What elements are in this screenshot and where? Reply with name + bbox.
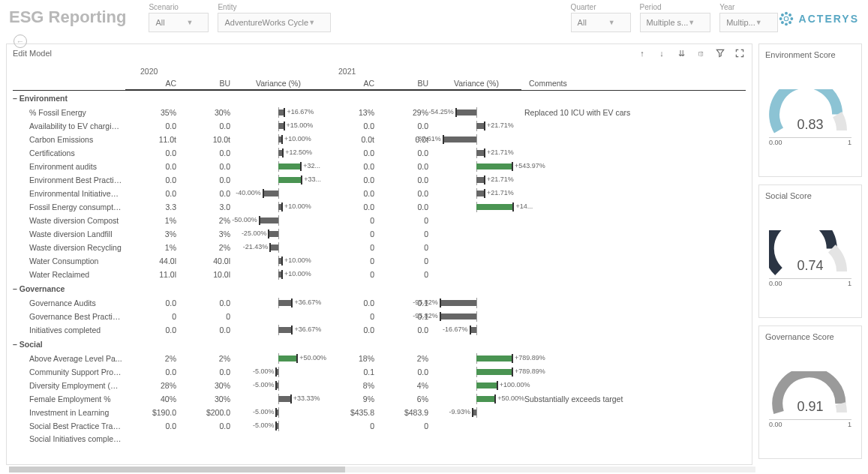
metric-label: Governance Audits — [13, 296, 125, 310]
variance-2021: +789.89% — [431, 365, 521, 379]
env-min: 0.00 — [769, 139, 782, 146]
back-button[interactable]: ← — [14, 34, 27, 48]
bu-2020: 0.0 — [179, 173, 233, 187]
horizontal-scrollbar[interactable] — [9, 466, 755, 472]
ac-2021: 0 — [323, 254, 377, 268]
table-row[interactable]: Initiatives completed 0.0 0.0 +36.67% 0.… — [13, 323, 746, 337]
bu-2020: 2% — [179, 241, 233, 254]
category-row[interactable]: – Environment — [13, 90, 746, 106]
metric-label: Community Support Proje... — [13, 365, 125, 379]
esg-data-table[interactable]: 20202021ACBUVariance (%)ACBUVariance (%)… — [13, 62, 746, 445]
ac-2021: 8% — [323, 379, 377, 392]
ac-2021: 0.0 — [323, 146, 377, 160]
comment-cell — [521, 160, 746, 173]
category-row[interactable]: – Social — [13, 337, 746, 352]
table-row[interactable]: Investment in Learning $190.0 $200.0 -5.… — [13, 406, 746, 419]
drill-down-icon[interactable]: ⇊ — [675, 47, 687, 59]
table-row[interactable]: Environment audits 0.0 0.0 +32... 0.0 0.… — [13, 160, 746, 173]
expand-icon[interactable]: ⎅ — [695, 47, 707, 59]
filter-scenario[interactable]: All ▼ — [149, 13, 209, 32]
bu-2021: 0.0 — [377, 187, 431, 200]
comment-cell — [521, 214, 746, 227]
filter-quarter[interactable]: All ▼ — [571, 13, 631, 32]
table-row[interactable]: Social Best Practice Train... 0.0 0.0 -5… — [13, 419, 746, 433]
table-row[interactable]: Above Average Level Pa... 2% 2% +50.00% … — [13, 352, 746, 365]
table-row[interactable]: Environment Best Practic... 0.0 0.0 +33.… — [13, 173, 746, 187]
bu-2020: 0.0 — [179, 365, 233, 379]
comment-cell — [521, 133, 746, 146]
ac-2021: 18% — [323, 352, 377, 365]
variance-2020: +36.67% — [233, 323, 323, 337]
ac-2020: 35% — [125, 106, 179, 119]
environment-score-card: Environment Score 0.83 0.001 — [758, 44, 862, 177]
filter-year[interactable]: Multip... ▼ — [719, 13, 777, 32]
table-row[interactable]: Fossil Energy consumptio... 3.3 3.0 +10.… — [13, 200, 746, 214]
bu-2021: 0.0 — [377, 119, 431, 133]
arrow-down-icon[interactable]: ↓ — [656, 47, 668, 59]
variance-2021: -54.25% — [431, 106, 521, 119]
filter-entity-value: AdventureWorks Cycle — [224, 18, 308, 27]
ac-2020: $190.0 — [125, 406, 179, 419]
table-row[interactable]: Water Reclaimed 11.0l 10.0l +10.00% 0 0 — [13, 268, 746, 281]
variance-2021: +789.89% — [431, 352, 521, 365]
gov-max: 1 — [848, 421, 851, 428]
table-row[interactable]: Availability to EV chargin... 0.0 0.0 +1… — [13, 119, 746, 133]
ac-2020: 11.0t — [125, 133, 179, 146]
bu-2020: 10.0l — [179, 268, 233, 281]
metric-label: Above Average Level Pa... — [13, 352, 125, 365]
gov-score-title: Governance Score — [765, 332, 855, 341]
ac-2021: 0.0 — [323, 296, 377, 310]
variance-2021: -9.93% — [431, 406, 521, 419]
bu-2021: 6% — [377, 392, 431, 406]
table-row[interactable]: Certifications 0.0 0.0 +12.50% 0.0 0.0 +… — [13, 146, 746, 160]
filter-icon[interactable] — [714, 47, 726, 59]
filter-entity[interactable]: AdventureWorks Cycle ▼ — [218, 13, 331, 32]
table-row[interactable]: Carbon Emissions 11.0t 10.0t +10.00% 0.0… — [13, 133, 746, 146]
ac-2021: 0.0 — [323, 323, 377, 337]
table-row[interactable]: Water Consumption 44.0l 40.0l +10.00% 0 … — [13, 254, 746, 268]
table-row[interactable]: Waste diversion Compost 1% 2% -50.00% 0 … — [13, 214, 746, 227]
variance-2021 — [431, 254, 521, 268]
bu-2021: 0.0 — [377, 146, 431, 160]
bu-2020: 2% — [179, 352, 233, 365]
variance-2020 — [233, 310, 323, 323]
ac-2021: 0 — [323, 227, 377, 241]
metric-label: Environment audits — [13, 160, 125, 173]
bu-2020: 0.0 — [179, 419, 233, 433]
table-row[interactable]: Social Initiatives completed — [13, 433, 746, 445]
ac-2020: 0.0 — [125, 187, 179, 200]
table-row[interactable]: Waste diversion Landfill 3% 3% -25.00% 0… — [13, 227, 746, 241]
table-row[interactable]: Governance Best Practic... 0 0 0 0.1 -95… — [13, 310, 746, 323]
variance-2020: -5.00% — [233, 379, 323, 392]
bu-2020: 40.0l — [179, 254, 233, 268]
bu-2020: 30% — [179, 379, 233, 392]
variance-2021 — [431, 241, 521, 254]
comment-cell — [521, 173, 746, 187]
table-row[interactable]: Waste diversion Recycling 1% 2% -21.43% … — [13, 241, 746, 254]
table-row[interactable]: Environmental Initiatives ... 0.0 0.0 -4… — [13, 187, 746, 200]
table-row[interactable]: Community Support Proje... 0.0 0.0 -5.00… — [13, 365, 746, 379]
bu-2020 — [179, 433, 233, 445]
ac-2020: 0.0 — [125, 296, 179, 310]
ac-2021: 13% — [323, 106, 377, 119]
table-row[interactable]: Governance Audits 0.0 0.0 +36.67% 0.0 0.… — [13, 296, 746, 310]
filter-year-value: Multip... — [726, 18, 755, 27]
focus-mode-icon[interactable] — [734, 47, 746, 59]
variance-2021: -87.61% — [431, 133, 521, 146]
filter-period[interactable]: Multiple s... ▼ — [640, 13, 711, 32]
category-row[interactable]: – Governance — [13, 281, 746, 296]
filter-scenario-label: Scenario — [149, 3, 209, 11]
arrow-up-icon[interactable]: ↑ — [636, 47, 648, 59]
variance-2020: +10.00% — [233, 268, 323, 281]
ac-2020: 2% — [125, 352, 179, 365]
comment-cell — [521, 254, 746, 268]
ac-2021: 0.0 — [323, 200, 377, 214]
table-row[interactable]: Diversity Employment (N... 28% 30% -5.00… — [13, 379, 746, 392]
table-row[interactable]: Female Employment % 40% 30% +33.33% 9% 6… — [13, 392, 746, 406]
table-row[interactable]: % Fossil Energy 35% 30% +16.67% 13% 29% … — [13, 106, 746, 119]
comment-cell — [521, 200, 746, 214]
comment-cell — [521, 352, 746, 365]
ac-2021: 0.0 — [323, 173, 377, 187]
comment-cell — [521, 227, 746, 241]
variance-2020: +32... — [233, 160, 323, 173]
